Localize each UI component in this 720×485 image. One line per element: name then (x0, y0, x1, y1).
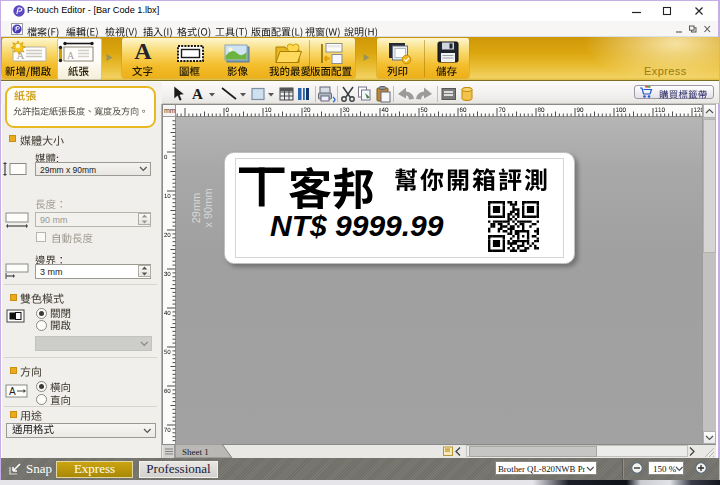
svg-text:A: A (192, 86, 203, 102)
svg-text:Sheet 1: Sheet 1 (182, 447, 209, 457)
svg-text:A: A (67, 50, 75, 61)
svg-text:A: A (9, 386, 16, 397)
